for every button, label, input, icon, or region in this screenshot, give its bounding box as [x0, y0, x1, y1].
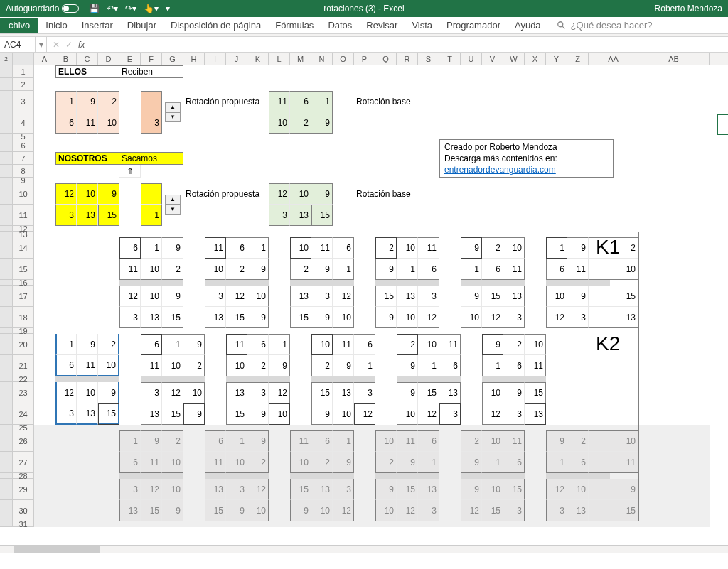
- cell-J27[interactable]: 10: [226, 452, 247, 473]
- tab-datos[interactable]: Datos: [321, 18, 359, 33]
- autosave-switch[interactable]: [62, 4, 79, 13]
- col-header-F[interactable]: F: [141, 53, 162, 65]
- cell-T21[interactable]: 6: [439, 355, 461, 376]
- cell-N4[interactable]: 9: [311, 112, 333, 134]
- cell-H21[interactable]: 2: [183, 355, 205, 376]
- cell-K15[interactable]: 9: [247, 259, 269, 280]
- cell-P21[interactable]: 1: [354, 355, 375, 376]
- col-header-T[interactable]: T: [439, 53, 461, 65]
- cell-F23[interactable]: 3: [141, 382, 162, 403]
- col-header-Z[interactable]: Z: [567, 53, 589, 65]
- cell-R30[interactable]: 12: [397, 500, 418, 521]
- cell-D21[interactable]: 10: [98, 355, 119, 376]
- cell-R15[interactable]: 1: [397, 259, 418, 280]
- row-headers[interactable]: 1234567891011121314151617181920212223242…: [0, 65, 34, 527]
- cell-S23[interactable]: 15: [418, 382, 439, 403]
- cell-Z18[interactable]: 3: [567, 307, 589, 328]
- cell-G27[interactable]: 10: [162, 452, 183, 473]
- cell-N10[interactable]: 9: [311, 183, 333, 205]
- cell-F17[interactable]: 10: [141, 286, 162, 307]
- col-header-G[interactable]: G: [162, 53, 183, 65]
- save-icon[interactable]: 💾: [89, 4, 100, 13]
- cell-S30[interactable]: 3: [418, 500, 439, 521]
- cell-B4[interactable]: 6: [55, 112, 77, 134]
- cell-J30[interactable]: 9: [226, 500, 247, 521]
- cell-AA15[interactable]: 10: [589, 259, 638, 280]
- row-header-10[interactable]: 10: [13, 183, 34, 205]
- info-link[interactable]: entrenadordevanguardia.com: [444, 165, 556, 175]
- row-header-15[interactable]: 15: [13, 259, 34, 280]
- cell-F26[interactable]: 9: [141, 430, 162, 452]
- cell-C20[interactable]: 9: [77, 334, 98, 355]
- cell-N15[interactable]: 9: [311, 259, 333, 280]
- row-header-31[interactable]: 31: [13, 521, 34, 527]
- cell-O14[interactable]: 6: [333, 237, 354, 259]
- cell-V17[interactable]: 15: [482, 286, 503, 307]
- col-header-AA[interactable]: AA: [589, 53, 638, 65]
- row-header-13[interactable]: 13: [13, 232, 34, 237]
- cell-R26[interactable]: 11: [397, 430, 418, 452]
- col-header-C[interactable]: C: [77, 53, 98, 65]
- cell-K23[interactable]: 3: [247, 382, 269, 403]
- col-header-N[interactable]: N: [311, 53, 333, 65]
- cell-Y30[interactable]: 3: [546, 500, 567, 521]
- row-header-19[interactable]: 19: [13, 328, 34, 334]
- cell-E29[interactable]: 3: [119, 479, 141, 500]
- cell-W18[interactable]: 3: [503, 307, 525, 328]
- cell-B11[interactable]: 3: [55, 205, 77, 226]
- row-header-18[interactable]: 18: [13, 307, 34, 328]
- cell-D20[interactable]: 2: [98, 334, 119, 355]
- tab-fórmulas[interactable]: Fórmulas: [268, 18, 321, 33]
- cell-R21[interactable]: 9: [397, 355, 418, 376]
- cell-O23[interactable]: 13: [333, 382, 354, 403]
- cell-AA17[interactable]: 15: [589, 286, 638, 307]
- cell-G30[interactable]: 9: [162, 500, 183, 521]
- col-header-R[interactable]: R: [397, 53, 418, 65]
- cell-O26[interactable]: 1: [333, 430, 354, 452]
- cell-W26[interactable]: 11: [503, 430, 525, 452]
- cell-Z15[interactable]: 11: [567, 259, 589, 280]
- cell-J14[interactable]: 6: [226, 237, 247, 259]
- col-header-H[interactable]: H: [183, 53, 205, 65]
- cell-V29[interactable]: 10: [482, 479, 503, 500]
- cell-M4[interactable]: 2: [290, 112, 311, 134]
- cell-X23[interactable]: 15: [525, 382, 546, 403]
- cell-P23[interactable]: 3: [354, 382, 375, 403]
- cell-E30[interactable]: 13: [119, 500, 141, 521]
- cell-G17[interactable]: 9: [162, 286, 183, 307]
- row-header-21[interactable]: 21: [13, 355, 34, 376]
- cell-Z29[interactable]: 10: [567, 479, 589, 500]
- cell-S27[interactable]: 1: [418, 452, 439, 473]
- cell-J26[interactable]: 1: [226, 430, 247, 452]
- cell-F27[interactable]: 11: [141, 452, 162, 473]
- cell-K17[interactable]: 10: [247, 286, 269, 307]
- cell-G24[interactable]: 15: [162, 403, 183, 425]
- col-header-I[interactable]: I: [205, 53, 226, 65]
- cell-K21[interactable]: 2: [247, 355, 269, 376]
- col-header-P[interactable]: P: [354, 53, 375, 65]
- cell-S14[interactable]: 11: [418, 237, 439, 259]
- cell-C3[interactable]: 9: [77, 91, 98, 112]
- cell-O21[interactable]: 9: [333, 355, 354, 376]
- cell-D4[interactable]: 10: [98, 112, 119, 134]
- cell-K30[interactable]: 10: [247, 500, 269, 521]
- cell-K24[interactable]: 9: [247, 403, 269, 425]
- cell-Y15[interactable]: 6: [546, 259, 567, 280]
- cell-L10[interactable]: 12: [269, 183, 290, 205]
- reciben-label[interactable]: Reciben: [119, 65, 183, 78]
- tab-disposición-de-página[interactable]: Disposición de página: [164, 18, 268, 33]
- fx-icon[interactable]: fx: [78, 40, 85, 50]
- cell-O20[interactable]: 11: [333, 334, 354, 355]
- cell-O15[interactable]: 1: [333, 259, 354, 280]
- spinner-up-icon[interactable]: ▲: [165, 195, 181, 205]
- col-header-D[interactable]: D: [98, 53, 119, 65]
- cell-R29[interactable]: 15: [397, 479, 418, 500]
- cell-U18[interactable]: 10: [461, 307, 482, 328]
- cell-F21[interactable]: 11: [141, 355, 162, 376]
- cell-J23[interactable]: 13: [226, 382, 247, 403]
- cell-C10[interactable]: 10: [77, 183, 98, 205]
- cell-F3[interactable]: [141, 91, 162, 112]
- cell-Q15[interactable]: 9: [375, 259, 397, 280]
- col-header-S[interactable]: S: [418, 53, 439, 65]
- col-header-J[interactable]: J: [226, 53, 247, 65]
